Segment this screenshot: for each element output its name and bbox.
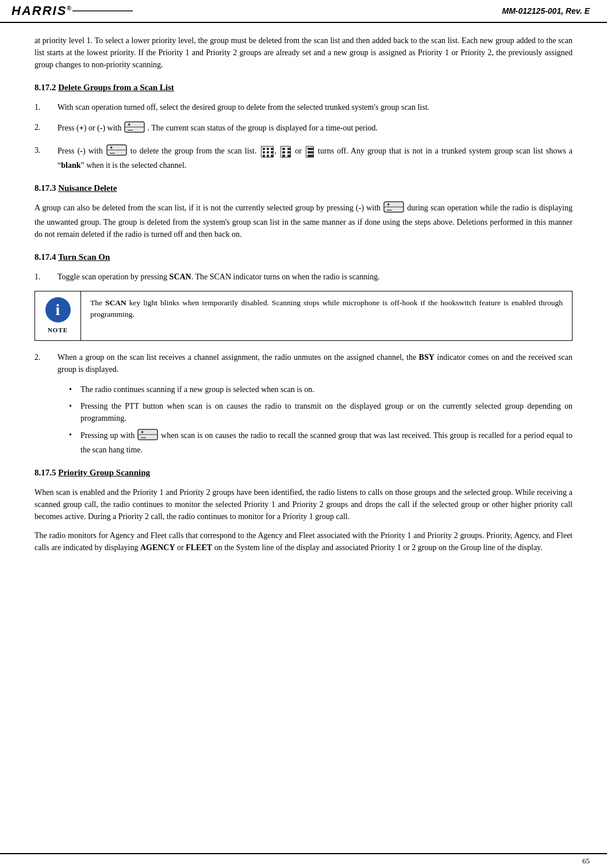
bullet-item-1: • The radio continues scanning if a new … — [69, 383, 573, 395]
rocker-icon-8173: + — — [383, 201, 404, 216]
item3-text: Press (-) with + — to delete the group f… — [57, 144, 573, 171]
section-8172-item2: 2. Press (+) or (-) with + — . The curre… — [34, 121, 573, 136]
logo-underline-svg — [72, 5, 141, 17]
svg-text:—: — — [141, 435, 146, 440]
svg-rect-20 — [282, 151, 285, 153]
page-number: 65 — [582, 857, 590, 865]
svg-rect-17 — [271, 155, 273, 157]
item1-text: With scan operation turned off, select t… — [57, 101, 573, 113]
scan-icon-grid2col — [281, 146, 291, 158]
note-box: i NOTE The SCAN key light blinks when te… — [34, 291, 573, 341]
section-8175-para2: The radio monitors for Agency and Fleet … — [34, 529, 573, 554]
section-8172-number: 8.17.2 — [34, 83, 56, 92]
svg-rect-23 — [287, 155, 290, 157]
svg-rect-24 — [308, 148, 313, 150]
item2-8174-num: 2. — [34, 351, 57, 375]
bullet-list-8174: • The radio continues scanning if a new … — [69, 383, 573, 456]
svg-rect-25 — [308, 151, 313, 153]
svg-rect-10 — [267, 148, 269, 150]
item3-num: 3. — [34, 144, 57, 171]
section-8175-heading: 8.17.5 Priority Group Scanning — [34, 466, 573, 479]
logo-registered: ® — [67, 5, 72, 11]
svg-text:—: — — [387, 207, 392, 213]
bullet-text-1: The radio continues scanning if a new gr… — [80, 383, 314, 395]
scan-icon-grid3x3 — [261, 146, 274, 158]
harris-logo-text: HARRIS® — [11, 3, 72, 18]
section-8175: 8.17.5 Priority Group Scanning When scan… — [34, 466, 573, 554]
bullet-item-2: • Pressing the PTT button when scan is o… — [69, 400, 573, 424]
section-8173-title: Nuisance Delete — [58, 183, 117, 193]
main-content: at priority level 1. To select a lower p… — [0, 23, 607, 595]
bullet-dot-2: • — [69, 400, 80, 424]
item1-8174-num: 1. — [34, 271, 57, 283]
rocker-icon-item3: + — — [106, 144, 127, 159]
section-8174-item2: 2. When a group on the scan list receive… — [34, 351, 573, 375]
svg-rect-19 — [287, 148, 290, 150]
note-label: NOTE — [48, 325, 68, 335]
document-title: MM-012125-001, Rev. E — [502, 6, 590, 16]
svg-rect-18 — [282, 148, 285, 150]
section-8172-heading: 8.17.2 Delete Groups from a Scan List — [34, 81, 573, 94]
scan-icon-1col — [306, 146, 314, 158]
section-8172-item3: 3. Press (-) with + — to delete the grou… — [34, 144, 573, 171]
section-8173: 8.17.3 Nuisance Delete A group can also … — [34, 182, 573, 241]
svg-rect-22 — [282, 155, 285, 157]
svg-text:—: — — [110, 150, 115, 156]
section-8175-para1: When scan is enabled and the Priority 1 … — [34, 486, 573, 523]
svg-rect-15 — [263, 155, 265, 157]
intro-paragraph: at priority level 1. To select a lower p… — [34, 34, 573, 71]
item1-8174-text: Toggle scan operation by pressing SCAN. … — [57, 271, 573, 283]
section-8175-title: Priority Group Scanning — [58, 468, 150, 477]
svg-rect-14 — [271, 151, 273, 153]
section-8174: 8.17.4 Turn Scan On 1. Toggle scan opera… — [34, 251, 573, 456]
section-8174-item1: 1. Toggle scan operation by pressing SCA… — [34, 271, 573, 283]
item1-num: 1. — [34, 101, 57, 113]
section-8173-paragraph: A group can also be deleted from the sca… — [34, 201, 573, 240]
section-8175-number: 8.17.5 — [34, 468, 56, 477]
company-logo: HARRIS® — [11, 3, 141, 18]
item2-num: 2. — [34, 121, 57, 136]
section-8172-title: Delete Groups from a Scan List — [58, 83, 174, 92]
page-header: HARRIS® MM-012125-001, Rev. E — [0, 0, 607, 23]
rocker-icon-item2: + — — [124, 121, 145, 136]
section-8174-heading: 8.17.4 Turn Scan On — [34, 251, 573, 264]
section-8174-title: Turn Scan On — [58, 252, 110, 262]
svg-rect-11 — [271, 148, 273, 150]
section-8173-heading: 8.17.3 Nuisance Delete — [34, 182, 573, 195]
bullet-item-3: • Pressing up with + — when scan is on c… — [69, 429, 573, 456]
section-8174-number: 8.17.4 — [34, 252, 56, 262]
section-8172-item1: 1. With scan operation turned off, selec… — [34, 101, 573, 113]
svg-rect-21 — [287, 151, 290, 153]
item2-8174-text: When a group on the scan list receives a… — [57, 351, 573, 375]
section-8173-number: 8.17.3 — [34, 183, 56, 193]
page-footer: 65 — [0, 853, 607, 868]
svg-rect-26 — [308, 155, 313, 157]
bullet-text-3: Pressing up with + — when scan is on cau… — [80, 429, 573, 456]
svg-rect-9 — [263, 148, 265, 150]
note-text: The SCAN key light blinks when temporari… — [81, 291, 572, 341]
svg-text:—: — — [128, 127, 133, 133]
note-icon: i — [45, 297, 71, 322]
svg-rect-13 — [267, 151, 269, 153]
section-8172: 8.17.2 Delete Groups from a Scan List 1.… — [34, 81, 573, 171]
bullet-dot-3: • — [69, 429, 80, 456]
rocker-icon-bullet3: + — — [137, 429, 158, 444]
svg-rect-16 — [267, 155, 269, 157]
bullet-dot-1: • — [69, 383, 80, 395]
item2-text: Press (+) or (-) with + — . The current … — [57, 121, 573, 136]
note-icon-cell: i NOTE — [35, 291, 81, 341]
or-text-item3: or — [295, 147, 305, 155]
svg-rect-12 — [263, 151, 265, 153]
bullet-text-2: Pressing the PTT button when scan is on … — [80, 400, 573, 424]
